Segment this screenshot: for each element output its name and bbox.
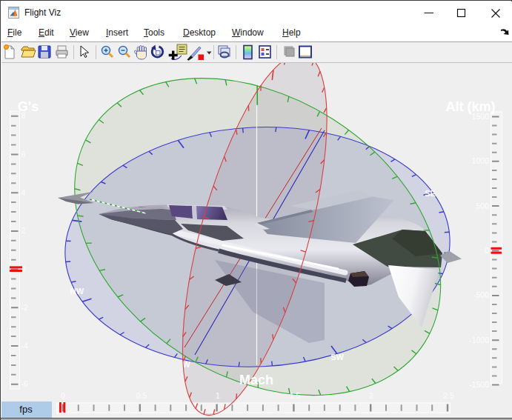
- svg-text:SW: SW: [330, 353, 344, 361]
- svg-text:Alt (km): Alt (km): [446, 99, 496, 114]
- svg-text:Mach: Mach: [239, 373, 273, 387]
- svg-text:-1500: -1500: [469, 380, 489, 389]
- svg-text:2: 2: [21, 226, 26, 235]
- svg-text:NW: NW: [70, 287, 84, 296]
- svg-text:0: 0: [485, 246, 489, 255]
- svg-text:G's: G's: [18, 99, 39, 114]
- svg-text:1: 1: [216, 391, 220, 400]
- svg-text:1.5: 1.5: [290, 391, 301, 400]
- svg-text:-2: -2: [21, 303, 28, 312]
- svg-text:-6: -6: [21, 379, 28, 388]
- svg-text:0: 0: [61, 391, 65, 400]
- svg-text:500: 500: [476, 201, 489, 210]
- svg-text:SE: SE: [425, 189, 436, 198]
- svg-text:2.5: 2.5: [443, 391, 454, 400]
- svg-text:-1000: -1000: [469, 336, 489, 344]
- svg-text:0: 0: [21, 264, 26, 273]
- svg-text:2: 2: [369, 391, 373, 400]
- svg-text:6: 6: [21, 150, 26, 159]
- svg-text:1000: 1000: [472, 156, 490, 165]
- svg-text:-500: -500: [473, 290, 489, 299]
- svg-text:4: 4: [21, 188, 26, 197]
- svg-text:-4: -4: [21, 341, 28, 350]
- svg-text:0.5: 0.5: [136, 391, 147, 400]
- svg-text:fps: fps: [19, 404, 33, 415]
